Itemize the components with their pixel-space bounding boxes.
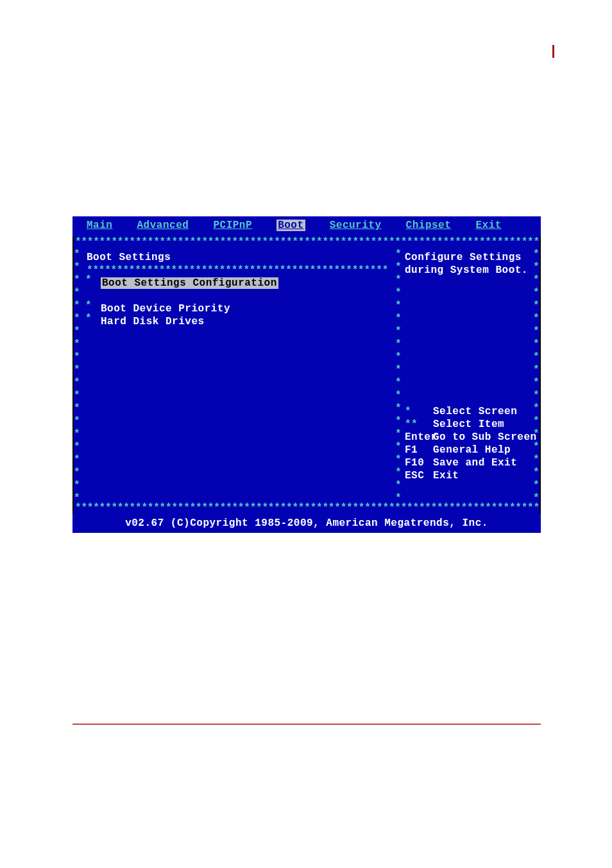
menu-boot[interactable]: Boot <box>276 220 305 231</box>
item-boot-device-priority[interactable]: Boot Device Priority <box>101 303 230 315</box>
menu-main[interactable]: Main <box>87 220 112 231</box>
bios-screen: Main Advanced PCIPnP Boot Security Chips… <box>72 216 541 529</box>
key-f10: F10 <box>405 457 433 469</box>
key-arrows-h: * <box>405 406 433 417</box>
copyright: v02.67 (C)Copyright 1985-2009, American … <box>125 517 488 529</box>
menu-chipset[interactable]: Chipset <box>406 220 452 231</box>
menu-pcipnp[interactable]: PCIPnP <box>213 220 252 231</box>
border-stars-left: ******************** <box>74 248 80 506</box>
border-stars-inner: *** <box>85 273 92 321</box>
menu-exit[interactable]: Exit <box>475 220 501 231</box>
panel-title-underline: ****************************************… <box>87 265 400 277</box>
page-divider <box>72 724 541 725</box>
border-stars-right: ******************** <box>533 248 540 506</box>
border-stars-divider: ******************** <box>393 248 404 502</box>
bios-footer: v02.67 (C)Copyright 1985-2009, American … <box>72 514 541 533</box>
help-line-2: during System Boot. <box>405 265 528 276</box>
left-panel: ******************** *** Boot Settings *… <box>72 248 400 506</box>
key-arrows-v: ** <box>405 419 433 430</box>
menu-security[interactable]: Security <box>330 220 382 231</box>
menu-advanced[interactable]: Advanced <box>137 220 189 231</box>
panel-title: Boot Settings <box>87 252 171 263</box>
border-stars-top: ****************************************… <box>72 236 541 248</box>
text-caret <box>552 45 554 58</box>
key-f1: F1 <box>405 444 433 456</box>
help-line-1: Configure Settings <box>405 252 522 263</box>
bios-menubar: Main Advanced PCIPnP Boot Security Chips… <box>72 216 541 236</box>
key-select-screen: Select Screen <box>433 406 517 417</box>
bios-body: ******************** *** Boot Settings *… <box>72 248 541 502</box>
key-general-help: General Help <box>433 444 511 456</box>
page: Main Advanced PCIPnP Boot Security Chips… <box>0 0 612 868</box>
key-save-exit: Save and Exit <box>433 457 517 469</box>
item-hard-disk-drives[interactable]: Hard Disk Drives <box>101 316 205 327</box>
key-select-item: Select Item <box>433 419 504 430</box>
key-exit: Exit <box>433 470 459 482</box>
item-boot-settings-config[interactable]: Boot Settings Configuration <box>101 277 278 289</box>
key-enter: Enter <box>405 431 433 443</box>
key-sub-screen: Go to Sub Screen <box>433 431 537 443</box>
right-panel: ******************** Configure Settings … <box>405 248 541 506</box>
key-esc: ESC <box>405 470 433 482</box>
